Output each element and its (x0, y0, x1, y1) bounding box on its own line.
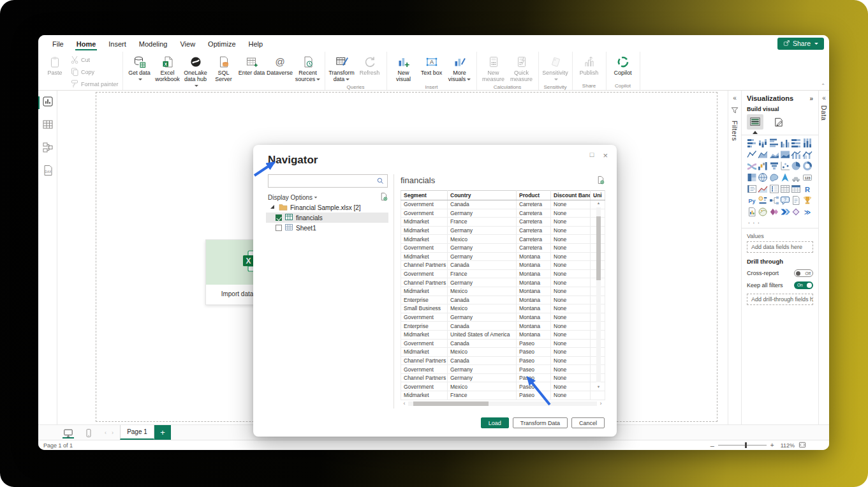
power-apps-icon[interactable] (769, 207, 779, 217)
hundred-stacked-area-chart-icon[interactable] (780, 149, 790, 160)
enter-data-button[interactable]: Enter data (238, 53, 266, 77)
load-button[interactable]: Load (481, 417, 509, 428)
onelake-data-hub-button[interactable]: OneLake data hub (182, 53, 210, 90)
paste-button[interactable]: Paste (41, 53, 69, 77)
horizontal-scroll-thumb[interactable] (413, 401, 489, 406)
zoom-slider-thumb[interactable] (745, 442, 747, 448)
stacked-column-chart-icon[interactable] (758, 138, 768, 148)
shape-map-icon[interactable] (791, 172, 801, 183)
values-field-well[interactable]: Add data fields here (747, 241, 813, 253)
menu-home[interactable]: Home (70, 37, 103, 50)
copy-button[interactable]: Copy (69, 66, 120, 78)
tree-root-workbook[interactable]: Financial Sample.xlsx [2] (266, 202, 388, 213)
next-page-icon[interactable]: › (109, 425, 116, 440)
table-icon[interactable] (780, 184, 790, 194)
quick-measure-button[interactable]: Quick measure (508, 53, 536, 84)
sidebar-dax-query-view[interactable]: DAX (41, 165, 55, 179)
previous-page-icon[interactable]: ‹ (102, 425, 109, 440)
line-chart-icon[interactable] (747, 149, 757, 160)
dataverse-button[interactable]: @Dataverse (266, 53, 294, 77)
drill-through-field-well[interactable]: Add drill-through fields here (747, 294, 813, 305)
decomposition-tree-icon[interactable] (769, 195, 779, 206)
keep-all-filters-toggle[interactable]: On (794, 281, 813, 289)
clustered-column-chart-icon[interactable] (780, 138, 790, 148)
metrics-icon[interactable] (802, 195, 813, 206)
cross-report-toggle[interactable]: Off (794, 269, 813, 277)
copilot-button[interactable]: Copilot (609, 53, 637, 77)
horizontal-scrollbar[interactable]: ‹ › (401, 401, 605, 407)
paginated-report-icon[interactable] (747, 207, 757, 217)
cancel-button[interactable]: Cancel (571, 417, 605, 428)
new-page-button[interactable]: + (154, 425, 171, 440)
recent-sources-button[interactable]: Recent sources (294, 53, 322, 84)
excel-workbook-button[interactable]: XExcel workbook (154, 53, 182, 84)
more-visuals-button[interactable]: More visuals (446, 53, 474, 84)
clustered-bar-chart-icon[interactable] (769, 138, 779, 148)
expand-filters-icon[interactable]: « (733, 94, 737, 101)
mobile-layout-icon[interactable] (80, 426, 97, 440)
filters-pane-label[interactable]: Filters (731, 121, 739, 141)
waterfall-chart-icon[interactable] (758, 161, 768, 171)
page-tab[interactable]: Page 1 (120, 425, 154, 440)
fit-to-page-icon[interactable] (798, 442, 806, 449)
display-options-dropdown[interactable]: Display Options (268, 194, 313, 201)
filled-map-icon[interactable] (769, 172, 779, 183)
text-box-button[interactable]: AText box (418, 53, 446, 77)
sidebar-table-view[interactable] (41, 119, 55, 133)
hundred-stacked-bar-chart-icon[interactable] (791, 138, 801, 148)
ribbon-chart-icon[interactable] (747, 161, 757, 171)
donut-chart-icon[interactable] (802, 161, 813, 171)
scatter-chart-icon[interactable] (780, 161, 790, 171)
scroll-down-icon[interactable]: ▼ (595, 384, 602, 390)
dialog-close-button[interactable]: × (603, 151, 608, 160)
get-more-visuals-icon[interactable]: ≫ (802, 207, 813, 217)
refresh-button[interactable]: Refresh (356, 53, 384, 77)
tree-item-financials[interactable]: financials (266, 213, 388, 223)
stacked-area-chart-icon[interactable] (769, 149, 779, 160)
get-data-button[interactable]: Get data (126, 53, 154, 84)
hundred-stacked-column-chart-icon[interactable] (802, 138, 813, 148)
search-input[interactable] (268, 177, 374, 184)
treemap-icon[interactable] (747, 172, 757, 183)
dialog-maximize-button[interactable]: □ (590, 151, 594, 160)
key-influencers-icon[interactable] (758, 195, 768, 206)
sidebar-model-view[interactable] (41, 142, 55, 156)
build-visual-tab[interactable] (747, 114, 763, 130)
slicer-icon[interactable] (769, 184, 779, 194)
arcgis-map-icon[interactable] (758, 207, 768, 217)
custom-visual-icon[interactable] (791, 207, 801, 217)
area-chart-icon[interactable] (758, 149, 768, 160)
stacked-bar-chart-icon[interactable] (747, 138, 757, 148)
azure-map-icon[interactable] (780, 172, 790, 183)
tree-expand-caret-icon[interactable] (268, 203, 276, 212)
pie-chart-icon[interactable] (791, 161, 801, 171)
qa-visual-icon[interactable]: ? (780, 195, 790, 206)
tree-item-sheet1[interactable]: Sheet1 (266, 223, 388, 233)
kpi-icon[interactable] (758, 184, 768, 194)
vertical-scrollbar[interactable]: ▲ ▼ (595, 200, 602, 390)
line-and-clustered-column-chart-icon[interactable] (802, 149, 813, 160)
funnel-chart-icon[interactable] (769, 161, 779, 171)
power-automate-icon[interactable] (780, 207, 790, 217)
sidebar-report-view[interactable] (41, 96, 55, 110)
sheet1-checkbox[interactable] (276, 225, 282, 231)
smart-narrative-icon[interactable] (791, 195, 801, 206)
python-visual-icon[interactable]: Py (747, 195, 757, 206)
map-icon[interactable] (758, 172, 768, 183)
publish-button[interactable]: Publish (575, 53, 603, 77)
line-and-stacked-column-chart-icon[interactable] (791, 149, 801, 160)
refresh-document-icon[interactable] (379, 192, 388, 202)
zoom-out-icon[interactable]: – (710, 442, 714, 449)
format-painter-button[interactable]: Format painter (69, 79, 120, 90)
scroll-right-icon[interactable]: › (597, 401, 605, 407)
transform-data-button[interactable]: Transform Data (513, 417, 568, 428)
format-visual-tab[interactable] (770, 114, 786, 130)
multi-row-card-icon[interactable] (747, 184, 757, 194)
menu-modeling[interactable]: Modeling (133, 37, 174, 50)
menu-file[interactable]: File (46, 37, 70, 50)
data-pane-label[interactable]: Data (820, 105, 828, 121)
new-measure-button[interactable]: New measure (480, 53, 508, 84)
collapse-visualizations-icon[interactable]: » (809, 95, 813, 102)
vertical-scroll-thumb[interactable] (596, 216, 601, 280)
preview-document-icon[interactable] (596, 176, 605, 187)
